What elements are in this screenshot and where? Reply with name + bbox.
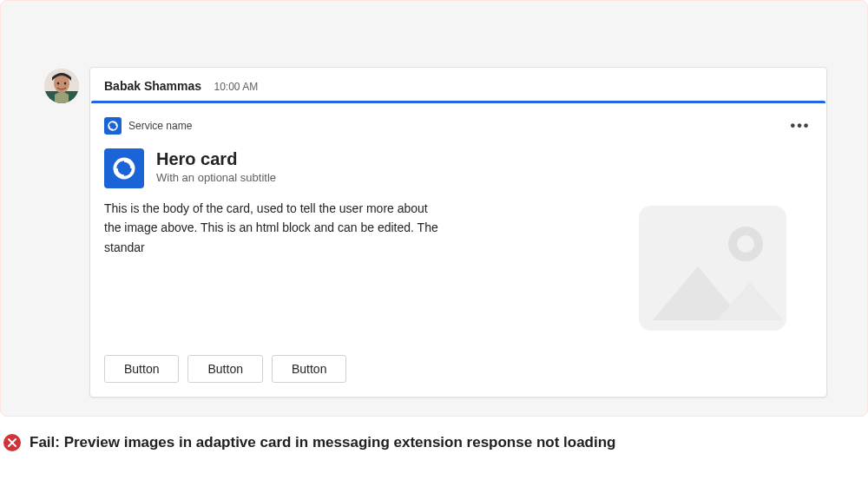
message-card: Babak Shammas 10:00 AM Service name ••• … xyxy=(89,67,827,398)
sender-name: Babak Shammas xyxy=(104,79,201,93)
svg-point-5 xyxy=(64,82,67,84)
service-name: Service name xyxy=(128,120,192,132)
message-timestamp: 10:00 AM xyxy=(214,81,259,93)
app-icon xyxy=(104,117,122,135)
image-placeholder-icon xyxy=(613,199,812,338)
action-row: Button Button Button xyxy=(104,346,812,383)
avatar xyxy=(44,69,79,103)
svg-point-4 xyxy=(57,82,60,84)
more-button[interactable]: ••• xyxy=(788,114,812,138)
example-frame: Babak Shammas 10:00 AM Service name ••• … xyxy=(0,0,868,417)
action-button-1[interactable]: Button xyxy=(104,355,179,383)
content-row: This is the body of the card, used to te… xyxy=(104,199,812,346)
card-body: Service name ••• Hero card With an optio… xyxy=(90,103,826,397)
service-row: Service name ••• xyxy=(104,105,812,148)
message-header: Babak Shammas 10:00 AM xyxy=(90,68,826,101)
fail-text: Fail: Preview images in adaptive card in… xyxy=(30,434,615,451)
hero-row: Hero card With an optional subtitle xyxy=(104,148,812,199)
card-subtitle: With an optional subtitle xyxy=(156,171,276,184)
card-body-text: This is the body of the card, used to te… xyxy=(104,199,460,257)
action-button-2[interactable]: Button xyxy=(187,355,262,383)
fail-note: Fail: Preview images in adaptive card in… xyxy=(0,434,868,451)
hero-app-icon xyxy=(104,148,144,188)
card-title: Hero card xyxy=(156,148,276,169)
error-icon xyxy=(3,434,21,451)
action-button-3[interactable]: Button xyxy=(272,355,346,383)
